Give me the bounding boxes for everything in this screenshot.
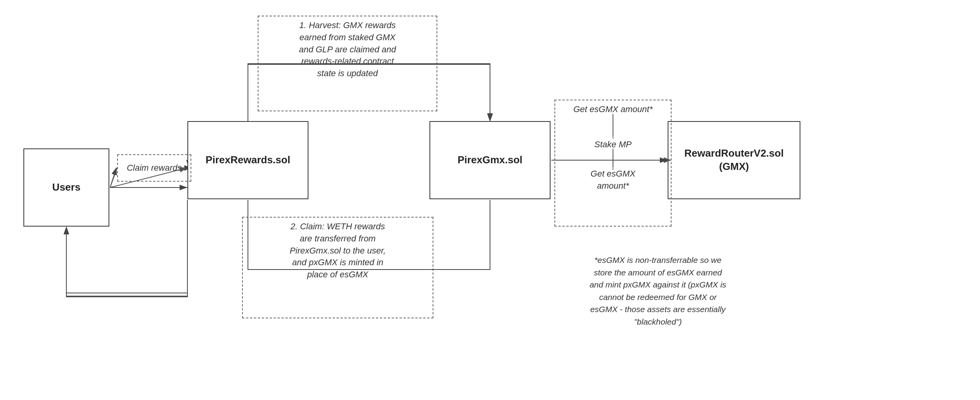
- router-actions-dashed-box: [554, 100, 672, 227]
- reward-router-box: RewardRouterV2.sol(GMX): [668, 121, 800, 199]
- reward-router-label: RewardRouterV2.sol(GMX): [684, 147, 784, 173]
- users-label: Users: [52, 181, 80, 194]
- svg-line-25: [110, 168, 117, 188]
- diagram-container: Users PirexRewards.sol PirexGmx.sol Rewa…: [0, 0, 980, 400]
- clean-arrows: [0, 0, 980, 400]
- footnote-text: *esGMX is non-transferrable so we store …: [554, 254, 761, 328]
- router-stake-mp-text: Stake MP: [556, 139, 670, 151]
- main-arrows: [0, 0, 980, 400]
- claim-annotation: 2. Claim: WETH rewardsare transferred fr…: [244, 221, 431, 281]
- claim-rewards-annotation: Claim rewards: [119, 156, 190, 180]
- harvest-annotation: 1. Harvest: GMX rewardsearned from stake…: [260, 20, 435, 80]
- pirex-gmx-label: PirexGmx.sol: [458, 154, 522, 167]
- svg-line-2: [110, 168, 116, 188]
- router-claim-weth-text: Get esGMX amount*: [556, 104, 670, 116]
- router-get-esgmx-text: Get esGMXamount*: [556, 168, 670, 192]
- pirex-gmx-box: PirexGmx.sol: [429, 121, 551, 199]
- users-box: Users: [23, 148, 109, 227]
- arrows-svg: [0, 0, 980, 400]
- pirex-rewards-box: PirexRewards.sol: [187, 121, 308, 199]
- pirex-rewards-label: PirexRewards.sol: [206, 154, 290, 167]
